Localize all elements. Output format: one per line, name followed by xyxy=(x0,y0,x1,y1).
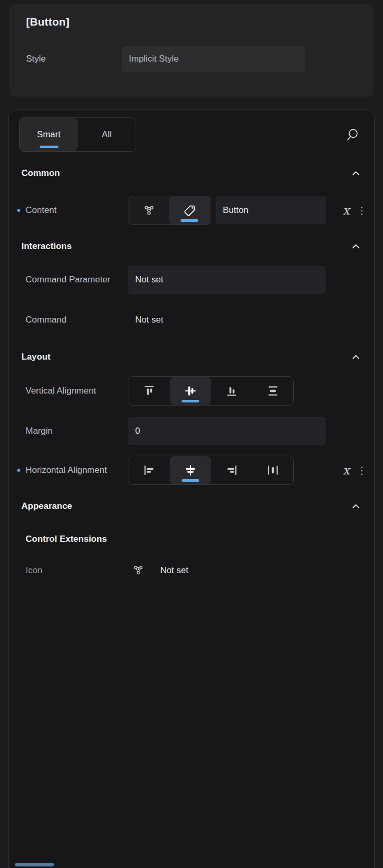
valign-top-button[interactable] xyxy=(128,377,170,405)
section-title-layout: Layout xyxy=(21,352,51,362)
align-vertical-center-icon xyxy=(184,384,197,398)
icon-resource-button[interactable] xyxy=(132,564,145,577)
section-header-common: Common xyxy=(17,165,366,181)
margin-input[interactable] xyxy=(128,417,326,445)
valign-stretch-button[interactable] xyxy=(252,377,293,405)
align-horizontal-center-icon xyxy=(184,463,197,477)
collapse-layout-button[interactable] xyxy=(350,351,362,363)
command-parameter-label: Command Parameter xyxy=(26,272,128,287)
content-value-input[interactable] xyxy=(216,196,326,224)
icon-row: Icon Not set xyxy=(21,560,367,581)
chevron-up-icon xyxy=(350,168,362,179)
section-title-common: Common xyxy=(21,168,60,179)
active-halign-indicator xyxy=(182,479,199,482)
horizontal-scrollbar-thumb[interactable] xyxy=(15,863,54,866)
binding-x-button[interactable]: x xyxy=(343,205,350,217)
vertical-alignment-toggle xyxy=(128,376,294,406)
tab-smart[interactable]: Smart xyxy=(20,118,78,151)
collapse-interactions-button[interactable] xyxy=(350,241,362,252)
align-horizontal-stretch-icon xyxy=(266,463,280,477)
active-valign-indicator xyxy=(182,400,199,402)
properties-panel: { "colors": { "accent": "#64a6e3", "modi… xyxy=(0,0,383,868)
content-mode-toggle xyxy=(128,196,211,225)
align-right-icon xyxy=(225,463,238,477)
style-input[interactable] xyxy=(122,46,305,72)
content-label: Content xyxy=(26,203,128,217)
chevron-up-icon xyxy=(350,351,362,363)
command-parameter-row: Command Parameter xyxy=(21,266,367,294)
tab-all-label: All xyxy=(102,129,112,140)
section-header-appearance: Appearance xyxy=(17,498,366,514)
align-vertical-stretch-icon xyxy=(266,384,280,398)
content-mode-literal-button[interactable] xyxy=(169,196,210,224)
more-options-button[interactable]: ⋮ xyxy=(357,206,367,216)
style-label: Style xyxy=(26,54,122,64)
active-mode-indicator xyxy=(181,219,198,222)
binding-x-button[interactable]: x xyxy=(343,465,350,477)
more-options-button[interactable]: ⋮ xyxy=(357,466,367,475)
property-view-tab-group: Smart All xyxy=(19,117,136,152)
selected-element-card: [Button] Style xyxy=(9,4,374,97)
active-tab-indicator xyxy=(40,146,58,148)
command-value[interactable]: Not set xyxy=(128,315,163,325)
tab-all[interactable]: All xyxy=(78,118,136,151)
tabs-row: Smart All xyxy=(19,117,361,152)
property-inspector: Smart All Common Content xyxy=(8,111,375,868)
chevron-up-icon xyxy=(350,241,362,252)
search-icon xyxy=(346,128,361,142)
valign-center-button[interactable] xyxy=(170,377,211,405)
vertical-alignment-label: Vertical Alignment xyxy=(26,384,128,398)
section-title-interactions: Interactions xyxy=(21,241,71,252)
tab-smart-label: Smart xyxy=(37,129,61,140)
vertical-alignment-row: Vertical Alignment xyxy=(21,376,367,406)
tag-icon xyxy=(183,204,196,217)
icon-label: Icon xyxy=(26,563,128,577)
section-title-appearance: Appearance xyxy=(21,501,72,512)
horizontal-alignment-toggle xyxy=(128,456,294,485)
margin-label: Margin xyxy=(26,424,128,438)
subsection-title-control-extensions: Control Extensions xyxy=(26,534,374,544)
collapse-common-button[interactable] xyxy=(350,168,362,179)
search-button[interactable] xyxy=(346,128,361,142)
halign-right-button[interactable] xyxy=(211,456,252,484)
chevron-up-icon xyxy=(350,501,362,512)
resource-picker-icon xyxy=(132,564,145,577)
align-top-icon xyxy=(142,384,156,398)
command-parameter-input[interactable] xyxy=(128,266,326,294)
halign-row-extras: x ⋮ xyxy=(343,465,367,477)
align-bottom-icon xyxy=(225,384,238,398)
halign-center-button[interactable] xyxy=(170,456,211,484)
collapse-appearance-button[interactable] xyxy=(350,501,362,512)
style-row: Style xyxy=(26,46,357,72)
modified-indicator-dot xyxy=(17,469,20,472)
content-row-extras: x ⋮ xyxy=(343,205,367,217)
content-row: Content x ⋮ xyxy=(21,196,367,225)
selected-element-title: [Button] xyxy=(26,16,357,28)
modified-indicator-dot xyxy=(17,209,20,212)
margin-row: Margin xyxy=(21,417,367,445)
halign-left-button[interactable] xyxy=(128,456,170,484)
content-mode-resource-button[interactable] xyxy=(128,196,169,224)
command-row: Command Not set xyxy=(21,310,367,330)
horizontal-alignment-row: Horizontal Alignment xyxy=(21,456,367,485)
halign-stretch-button[interactable] xyxy=(252,456,293,484)
icon-value[interactable]: Not set xyxy=(160,565,188,576)
command-label: Command xyxy=(26,313,128,327)
resource-picker-icon xyxy=(142,204,155,217)
section-header-layout: Layout xyxy=(17,349,366,365)
horizontal-alignment-label: Horizontal Alignment xyxy=(26,463,128,477)
section-header-interactions: Interactions xyxy=(17,239,366,254)
align-left-icon xyxy=(142,463,156,477)
valign-bottom-button[interactable] xyxy=(211,377,252,405)
